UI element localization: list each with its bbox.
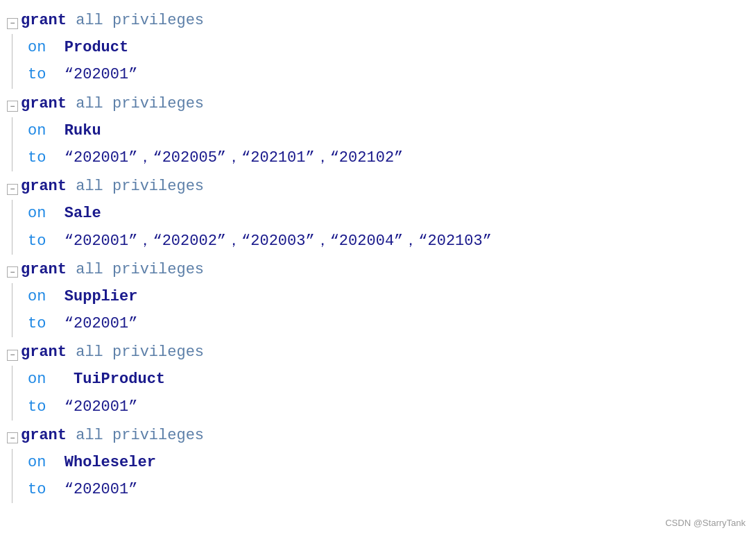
grant-block-2: − grant all privileges on Ruku to “20200…	[7, 90, 756, 172]
sub-lines-5: on TuiProduct to “202001”	[12, 366, 756, 420]
grant-line-5: − grant all privileges	[7, 339, 756, 366]
to-keyword-1: to	[28, 62, 46, 87]
table-name-3: Sale	[65, 201, 101, 226]
on-line-4: on Supplier	[28, 283, 756, 310]
on-line-3: on Sale	[28, 200, 756, 227]
all-privileges-3: all privileges	[76, 174, 204, 198]
user-value-3: “202001”，“202002”，“202003”，“202004”，“202…	[65, 229, 492, 253]
grant-keyword-4: grant	[21, 257, 67, 282]
to-line-6: to “202001”	[28, 476, 756, 503]
all-privileges-6: all privileges	[76, 423, 204, 448]
grant-keyword-1: grant	[21, 8, 67, 33]
on-line-6: on Wholeseler	[28, 449, 756, 476]
to-line-3: to “202001”，“202002”，“202003”，“202004”，“…	[28, 228, 756, 255]
to-line-4: to “202001”	[28, 310, 756, 337]
on-keyword-3: on	[28, 201, 46, 226]
grant-line-1: − grant all privileges	[7, 7, 756, 34]
on-line-2: on Ruku	[28, 117, 756, 144]
table-name-6: Wholeseler	[65, 450, 156, 475]
on-keyword-5: on	[28, 367, 46, 391]
all-privileges-2: all privileges	[76, 92, 204, 116]
sub-lines-3: on Sale to “202001”，“202002”，“202003”，“2…	[12, 200, 756, 254]
user-value-5: “202001”	[65, 395, 138, 419]
grant-block-3: − grant all privileges on Sale to “20200…	[7, 173, 756, 255]
collapse-btn-6[interactable]: −	[7, 432, 18, 443]
watermark: CSDN @StarryTank	[665, 518, 746, 528]
code-container: − grant all privileges on Product to “20…	[0, 0, 756, 511]
on-keyword-4: on	[28, 285, 46, 309]
all-privileges-4: all privileges	[76, 257, 204, 282]
to-line-5: to “202001”	[28, 393, 756, 421]
sub-lines-1: on Product to “202001”	[12, 34, 756, 88]
to-keyword-4: to	[28, 312, 46, 336]
on-line-5: on TuiProduct	[28, 366, 756, 393]
all-privileges-1: all privileges	[76, 8, 204, 33]
table-name-2: Ruku	[65, 119, 101, 143]
grant-line-6: − grant all privileges	[7, 422, 756, 449]
all-privileges-5: all privileges	[76, 340, 204, 364]
grant-keyword-2: grant	[21, 92, 67, 116]
sub-lines-6: on Wholeseler to “202001”	[12, 449, 756, 503]
grant-block-6: − grant all privileges on Wholeseler to …	[7, 422, 756, 504]
to-keyword-5: to	[28, 395, 46, 419]
grant-block-1: − grant all privileges on Product to “20…	[7, 7, 756, 89]
on-line-1: on Product	[28, 34, 756, 61]
collapse-btn-1[interactable]: −	[7, 18, 18, 29]
to-keyword-6: to	[28, 477, 46, 502]
sub-lines-2: on Ruku to “202001”，“202005”，“202101”，“2…	[12, 117, 756, 171]
user-value-4: “202001”	[65, 312, 138, 336]
grant-line-4: − grant all privileges	[7, 256, 756, 283]
on-keyword-1: on	[28, 35, 46, 60]
grant-keyword-5: grant	[21, 340, 67, 364]
grant-line-2: − grant all privileges	[7, 90, 756, 117]
table-name-5: TuiProduct	[65, 367, 165, 391]
grant-keyword-3: grant	[21, 174, 67, 198]
collapse-btn-3[interactable]: −	[7, 184, 18, 195]
grant-block-4: − grant all privileges on Supplier to “2…	[7, 256, 756, 338]
grant-keyword-6: grant	[21, 423, 67, 448]
table-name-1: Product	[65, 35, 128, 60]
grant-block-5: − grant all privileges on TuiProduct to …	[7, 339, 756, 421]
user-value-6: “202001”	[65, 477, 138, 502]
collapse-btn-5[interactable]: −	[7, 350, 18, 361]
collapse-btn-4[interactable]: −	[7, 266, 18, 278]
to-keyword-3: to	[28, 229, 46, 253]
table-name-4: Supplier	[65, 285, 138, 309]
sub-lines-4: on Supplier to “202001”	[12, 283, 756, 337]
on-keyword-6: on	[28, 450, 46, 475]
user-value-2: “202001”，“202005”，“202101”，“202102”	[65, 146, 403, 170]
to-line-1: to “202001”	[28, 61, 756, 88]
collapse-btn-2[interactable]: −	[7, 101, 18, 112]
on-keyword-2: on	[28, 119, 46, 143]
to-keyword-2: to	[28, 146, 46, 170]
to-line-2: to “202001”，“202005”，“202101”，“202102”	[28, 144, 756, 171]
user-value-1: “202001”	[65, 62, 138, 87]
grant-line-3: − grant all privileges	[7, 173, 756, 200]
